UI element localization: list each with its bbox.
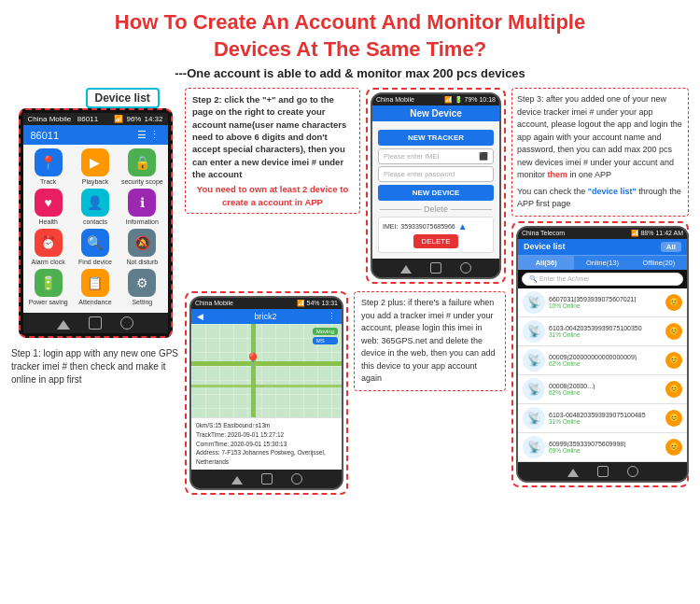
back-arrow-icon[interactable]: ◀ xyxy=(197,312,203,321)
imei-label: IMEI: xyxy=(383,223,398,230)
location-icon: ▲ xyxy=(458,221,468,232)
new-tracker-btn[interactable]: NEW TRACKER xyxy=(378,130,494,146)
dl-item-3[interactable]: 📡 00009(200000000000000009) 62% Online 😊 xyxy=(518,346,687,375)
map-badges: Moving MS xyxy=(313,328,338,344)
track-time: TrackTime: 2020-09-01 15:27:12 xyxy=(196,430,337,440)
device-list-ref: "device list" xyxy=(588,187,637,196)
app-track[interactable]: 📍 Track xyxy=(27,148,70,185)
disturb-icon: 🔕 xyxy=(128,229,156,257)
dl-avatar-3: 😊 xyxy=(665,352,682,369)
app-disturb[interactable]: 🔕 Not disturb xyxy=(120,229,163,265)
nd-recent[interactable] xyxy=(460,262,471,274)
menu-icon[interactable]: ⋮ xyxy=(328,312,336,321)
security-label: security scope xyxy=(121,178,163,185)
dl-tab-all[interactable]: All(36) xyxy=(518,256,574,270)
battery-icon: 96% xyxy=(126,115,141,123)
comm-time: CommTime: 2020-09-01 15:30:13 xyxy=(196,440,337,449)
app-contacts[interactable]: 👤 contacts xyxy=(74,189,117,225)
app-power[interactable]: 🔋 Power saving xyxy=(27,269,70,305)
dl-status-6: 69% Online xyxy=(549,447,662,454)
step2-box: Step 2: click the "+" and go to the page… xyxy=(185,88,360,214)
track-icon: 📍 xyxy=(35,148,63,176)
app-find[interactable]: 🔍 Find device xyxy=(74,229,117,265)
recent-btn[interactable] xyxy=(120,316,133,330)
step2plus-box: Step 2 plus: if there's a failure when y… xyxy=(354,291,506,391)
step2-title: Step 2: click the "+" and go to the page… xyxy=(192,93,353,180)
step3-note: You can check the "device list" through … xyxy=(517,186,683,211)
dl-tab-offline[interactable]: Offline(20) xyxy=(631,256,687,270)
back-btn[interactable] xyxy=(57,316,70,330)
contacts-icon: 👤 xyxy=(81,189,109,217)
health-label: Health xyxy=(39,218,58,225)
nd-status-right: 📶 🔋 79% 10:18 xyxy=(444,96,496,104)
app-setting[interactable]: ⚙ Setting xyxy=(120,269,163,305)
phone-nav xyxy=(23,313,168,333)
dl-icon-1: 📡 xyxy=(523,291,545,314)
dl-back[interactable] xyxy=(567,466,579,477)
dl-item-2[interactable]: 📡 6103-0042035399390751003​50 31% Online… xyxy=(518,317,687,346)
power-icon: 🔋 xyxy=(35,269,63,297)
map-carrier: China Mobile xyxy=(195,300,233,307)
new-device-phone-wrapper: China Mobile 📶 🔋 79% 10:18 New Device NE… xyxy=(366,88,506,284)
dl-recent[interactable] xyxy=(627,466,638,477)
device-list-text: Device list xyxy=(95,91,150,105)
dl-search[interactable]: 🔍 Enter the Ac/imei xyxy=(522,273,683,286)
nd-home[interactable] xyxy=(430,262,441,274)
password-input[interactable]: Please enter password xyxy=(378,166,494,182)
map-home[interactable] xyxy=(261,473,273,485)
dl-text-4: 00008(20000...) 62% Online xyxy=(549,383,662,396)
info-icon: ℹ xyxy=(128,189,156,217)
app-playback[interactable]: ▶ Playback xyxy=(74,148,117,185)
add-device-btn[interactable]: NEW DEVICE xyxy=(378,185,494,201)
dl-item-6[interactable]: 📡 60999(35933907560​9998) 69% Online 😊 xyxy=(518,433,687,462)
dl-icon-6: 📡 xyxy=(523,436,545,458)
map-header: ◀ brick2 ⋮ xyxy=(191,309,342,324)
dl-name-3: 00009(200000000000000009) xyxy=(549,354,662,360)
dl-avatar-6: 😊 xyxy=(665,439,682,456)
map-back[interactable] xyxy=(231,473,243,485)
app-health[interactable]: ♥ Health xyxy=(27,189,70,225)
nd-back[interactable] xyxy=(400,262,412,274)
map-body: 📍 Moving MS xyxy=(191,324,342,417)
map-recent[interactable] xyxy=(291,473,302,485)
dl-item-5[interactable]: 📡 6103-004820359393907510​0485 31% Onlin… xyxy=(518,404,687,433)
map-phone: China Mobile 📶 54% 13:31 ◀ brick2 ⋮ xyxy=(189,296,343,490)
map-pin: 📍 xyxy=(244,352,262,370)
dl-icon-3: 📡 xyxy=(523,349,545,372)
main-content: Device list China Mobile 86011 📶 96% 14:… xyxy=(11,88,689,495)
app-security[interactable]: 🔒 security scope xyxy=(120,148,163,185)
dl-all-btn[interactable]: All xyxy=(661,242,681,252)
home-btn[interactable] xyxy=(89,316,102,330)
time-left: 14:32 xyxy=(144,115,162,123)
dl-icon-4: 📡 xyxy=(523,378,545,400)
dl-phone-wrapper: China Telecom 📶 88% 11:42 AM Device list… xyxy=(511,221,689,487)
step1-label: Step 1: login app with any new one GPS t… xyxy=(11,347,179,386)
dl-name-1: 6607031[35939390756070​21] xyxy=(549,296,662,302)
disturb-label: Not disturb xyxy=(126,259,158,265)
dl-item-1[interactable]: 📡 6607031[35939390756070​21] 10% Online … xyxy=(518,288,687,317)
nd-header: New Device xyxy=(372,105,499,121)
device-name: brick2 xyxy=(254,312,276,321)
dl-carrier: China Telecom xyxy=(522,230,565,237)
app-info[interactable]: ℹ Information xyxy=(120,189,163,225)
dl-text-6: 60999(35933907560​9998) 69% Online xyxy=(549,441,662,454)
road-v1 xyxy=(251,324,256,417)
imei-input[interactable]: Please enter IMEI ⬛ xyxy=(378,148,494,164)
dl-item-4[interactable]: 📡 00008(20000...) 62% Online 😊 xyxy=(518,375,687,404)
delete-btn[interactable]: DELETE xyxy=(413,234,457,248)
dl-tabs: All(36) Online(13) Offline(20) xyxy=(518,255,687,270)
map-phone-wrapper: China Mobile 📶 54% 13:31 ◀ brick2 ⋮ xyxy=(185,291,348,495)
app-attendance[interactable]: 📋 Attendance xyxy=(74,269,117,305)
attendance-label: Attendance xyxy=(78,299,111,305)
dl-title: Device list xyxy=(524,242,566,251)
status-icons: 📶 96% 14:32 xyxy=(114,115,162,123)
left-phone: China Mobile 86011 📶 96% 14:32 86011 ☰ ⋮ xyxy=(19,108,173,338)
app-alarm[interactable]: ⏰ Alarm clock xyxy=(27,229,70,265)
dl-tab-online[interactable]: Online(13) xyxy=(574,256,630,270)
dl-status-bar: China Telecom 📶 88% 11:42 AM xyxy=(518,228,687,239)
middle-section: Step 2: click the "+" and go to the page… xyxy=(185,88,506,495)
dl-status-2: 31% Online xyxy=(549,331,662,338)
dl-home[interactable] xyxy=(597,466,609,477)
map-info: 0km/S:15 Eastbound↑s13m TrackTime: 2020-… xyxy=(191,417,342,470)
dl-text-1: 6607031[35939390756070​21] 10% Online xyxy=(549,296,662,309)
